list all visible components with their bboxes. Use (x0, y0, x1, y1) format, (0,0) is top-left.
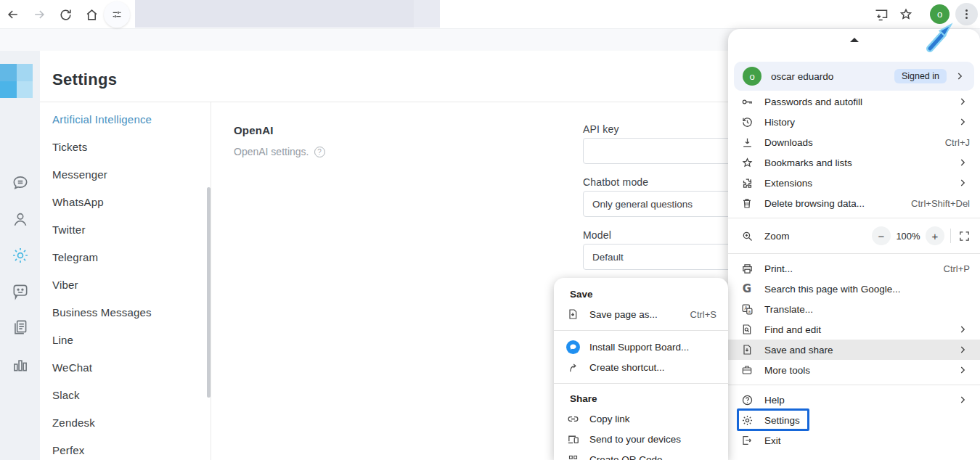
nav-item-artificial-intelligence[interactable]: Artificial Intelligence (40, 106, 207, 134)
printer-icon (740, 263, 754, 275)
menu-item-label: Send to your devices (589, 434, 716, 445)
signed-in-badge: Signed in (894, 69, 947, 83)
zoom-in-button[interactable]: + (926, 226, 944, 245)
help-question-icon[interactable]: ? (314, 147, 325, 157)
settings-gear-icon[interactable] (11, 246, 30, 265)
gear-icon (740, 414, 754, 427)
account-name: oscar eduardo (771, 71, 894, 82)
nav-item-whatsapp[interactable]: WhatsApp (40, 189, 207, 216)
browser-menu-button[interactable] (955, 3, 978, 25)
install-app-icon[interactable] (873, 6, 890, 23)
back-icon[interactable] (4, 6, 22, 23)
nav-item-viber[interactable]: Viber (40, 271, 207, 299)
qr-code-icon (565, 454, 580, 460)
nav-column-border (211, 102, 211, 460)
forward-icon (30, 6, 48, 23)
menu-divider (728, 253, 980, 254)
caret-up-icon (850, 38, 859, 42)
menu-item-create-shortcut[interactable]: Create shortcut... (554, 357, 728, 377)
menu-item-save-page-as[interactable]: Save page as... Ctrl+S (554, 304, 728, 324)
nav-item-twitter[interactable]: Twitter (40, 216, 207, 244)
menu-item-more-tools[interactable]: More tools (728, 360, 980, 380)
menu-item-zoom: Zoom − 100% + (728, 223, 980, 249)
menu-item-history[interactable]: History (728, 112, 980, 132)
chevron-right-icon (955, 365, 970, 375)
puzzle-icon (740, 177, 754, 189)
menu-item-translate[interactable]: Aa Translate... (728, 299, 980, 319)
nav-item-wechat[interactable]: WeChat (40, 354, 207, 382)
menu-divider (554, 330, 728, 331)
menu-shortcut: Ctrl+S (690, 309, 716, 320)
nav-item-zendesk[interactable]: Zendesk (40, 409, 207, 437)
save-and-share-submenu: Save Save page as... Ctrl+S Install Supp… (554, 278, 728, 460)
address-bar[interactable] (135, 0, 440, 28)
menu-item-downloads[interactable]: Downloads Ctrl+J (728, 132, 980, 152)
menu-divider (728, 218, 980, 218)
chatbot-mode-select[interactable]: Only general questions (583, 191, 753, 217)
chevron-right-icon (955, 96, 970, 107)
section-description-text: OpenAI settings. (234, 146, 309, 157)
nav-item-tickets[interactable]: Tickets (40, 134, 207, 161)
browser-window: o ? Settings A (0, 0, 980, 460)
menu-item-bookmarks[interactable]: Bookmarks and lists (728, 152, 980, 173)
model-select[interactable]: Default (583, 244, 753, 270)
api-key-label: API key (583, 123, 619, 135)
nav-item-business-messages[interactable]: Business Messages (40, 299, 207, 326)
chevron-right-icon (955, 395, 970, 405)
chevron-right-icon (955, 345, 970, 355)
menu-item-install-support-board[interactable]: Install Support Board... (554, 337, 728, 357)
menu-item-exit[interactable]: Exit (728, 430, 980, 451)
site-settings-tune-icon[interactable] (104, 1, 130, 28)
articles-icon[interactable] (11, 318, 30, 337)
menu-item-find-and-edit[interactable]: Find and edit (728, 319, 980, 340)
menu-divider (728, 385, 980, 385)
bookmark-star-icon[interactable] (897, 6, 915, 23)
menu-item-search-with-google[interactable]: G Search this page with Google... (728, 279, 980, 299)
menu-item-extensions[interactable]: Extensions (728, 173, 980, 193)
translate-icon: Aa (740, 303, 754, 316)
zoom-out-button[interactable]: − (872, 226, 891, 245)
account-avatar: o (743, 67, 761, 86)
section-description: OpenAI settings. ? (234, 146, 325, 157)
nav-item-telegram[interactable]: Telegram (40, 244, 207, 271)
menu-scroll-up[interactable] (728, 29, 980, 51)
save-page-icon (740, 344, 754, 356)
reports-chart-icon[interactable] (11, 355, 30, 374)
nav-item-slack[interactable]: Slack (40, 382, 207, 409)
profile-avatar[interactable]: o (930, 4, 950, 24)
menu-item-send-to-devices[interactable]: Send to your devices (554, 429, 728, 449)
chatbot-smiley-icon[interactable] (11, 282, 30, 300)
nav-item-messenger[interactable]: Messenger (40, 161, 207, 189)
menu-item-delete-browsing-data[interactable]: Delete browsing data... Ctrl+Shift+Del (728, 193, 980, 213)
menu-item-copy-link[interactable]: Copy link (554, 408, 728, 429)
menu-item-label: Create shortcut... (589, 362, 716, 373)
trash-icon (740, 197, 754, 209)
chevron-right-icon (955, 117, 970, 127)
menu-item-save-and-share[interactable]: Save and share (728, 340, 980, 360)
conversations-icon[interactable] (11, 173, 30, 192)
google-g-icon: G (740, 282, 754, 295)
menu-item-settings[interactable]: Settings (728, 410, 980, 430)
help-circle-icon (740, 394, 754, 406)
nav-item-line[interactable]: Line (40, 326, 207, 354)
menu-item-help[interactable]: Help (728, 390, 980, 410)
browser-toolbar: o (0, 0, 980, 29)
link-icon (565, 413, 580, 425)
users-icon[interactable] (11, 210, 30, 229)
nav-scrollbar-thumb[interactable] (207, 187, 211, 398)
menu-item-passwords[interactable]: Passwords and autofill (728, 91, 980, 112)
menu-item-label: Copy link (589, 414, 716, 424)
nav-item-perfex[interactable]: Perfex (40, 437, 207, 460)
menu-item-create-qr-code[interactable]: Create QR Code (554, 449, 728, 460)
home-icon[interactable] (83, 6, 100, 23)
api-key-input[interactable] (583, 138, 753, 164)
fullscreen-icon[interactable] (957, 230, 971, 242)
account-row[interactable]: o oscar eduardo Signed in (734, 62, 974, 91)
devices-icon (565, 433, 580, 445)
app-logo (0, 64, 33, 98)
menu-item-print[interactable]: Print... Ctrl+P (728, 258, 980, 279)
chevron-right-icon (955, 324, 970, 334)
reload-icon[interactable] (57, 6, 74, 23)
zoom-separator (950, 229, 951, 243)
page-title: Settings (52, 70, 117, 89)
